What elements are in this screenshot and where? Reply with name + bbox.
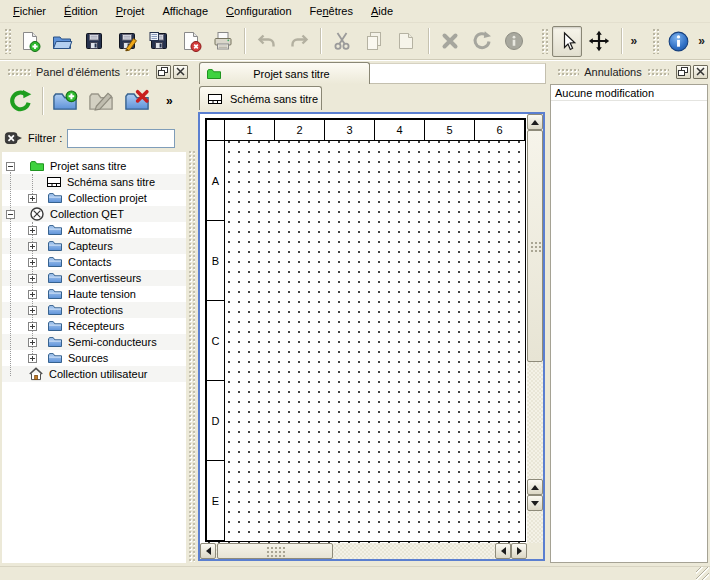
scroll-down-button[interactable] — [527, 495, 543, 511]
save-button[interactable] — [79, 26, 109, 57]
tab-schema-sans-titre[interactable]: Schéma sans titre — [199, 86, 322, 110]
open-project-button[interactable] — [47, 26, 77, 57]
scroll-up-button[interactable] — [527, 479, 543, 495]
tree-item-sources[interactable]: Sources — [2, 350, 186, 366]
resize-grip[interactable] — [696, 567, 709, 580]
expand-icon[interactable] — [28, 290, 37, 299]
folder-icon — [47, 318, 63, 334]
menu-fenetres[interactable]: Fenêtres — [301, 2, 362, 20]
schema-title-frame: 1 2 3 4 5 6 A B C — [205, 118, 526, 542]
toolbar-handle[interactable] — [652, 28, 659, 54]
undo-history-list[interactable]: Aucune modification — [550, 84, 708, 563]
save-as-button[interactable] — [112, 26, 142, 57]
tree-item-project[interactable]: Projet sans titre — [2, 158, 186, 174]
collapse-icon[interactable] — [6, 210, 15, 219]
expand-icon[interactable] — [28, 322, 37, 331]
copy-button[interactable] — [359, 26, 389, 57]
new-project-button[interactable] — [15, 26, 45, 57]
menu-edition[interactable]: Édition — [55, 2, 107, 20]
filter-input[interactable] — [67, 129, 175, 148]
toolbar-handle[interactable] — [541, 28, 548, 54]
select-tool-button[interactable] — [552, 26, 582, 57]
toolbar-separator — [244, 28, 245, 54]
menu-configuration[interactable]: Configuration — [217, 2, 300, 20]
panel-overflow-button[interactable]: » — [166, 94, 173, 108]
tree-item-collection-qet[interactable]: Collection QET — [2, 206, 186, 222]
row-header: E — [207, 461, 225, 541]
scroll-left-button[interactable] — [495, 543, 511, 559]
delete-button[interactable] — [435, 26, 465, 57]
close-file-button[interactable] — [176, 26, 206, 57]
tree-item-convertisseurs[interactable]: Convertisseurs — [2, 270, 186, 286]
tree-item-semi-conducteurs[interactable]: Semi-conducteurs — [2, 334, 186, 350]
tree-item-automatisme[interactable]: Automatisme — [2, 222, 186, 238]
redo-icon — [287, 29, 311, 53]
dock-close-button[interactable] — [173, 65, 188, 79]
dock-close-button[interactable] — [693, 65, 708, 79]
toolbar-separator — [320, 28, 321, 54]
expand-icon[interactable] — [28, 258, 37, 267]
tree-item-haute-tension[interactable]: Haute tension — [2, 286, 186, 302]
column-header: 1 — [225, 120, 275, 141]
new-category-button[interactable] — [48, 85, 81, 118]
column-header: 5 — [425, 120, 475, 141]
tree-item-schema[interactable]: Schéma sans titre — [2, 174, 186, 190]
collapse-icon[interactable] — [6, 162, 15, 171]
edit-category-button[interactable] — [84, 85, 117, 118]
tree-item-protections[interactable]: Protections — [2, 302, 186, 318]
scroll-right-button[interactable] — [511, 543, 527, 559]
menu-aide[interactable]: Aide — [362, 2, 402, 20]
menu-projet[interactable]: Projet — [107, 2, 154, 20]
paste-button[interactable] — [391, 26, 421, 57]
paste-icon — [394, 29, 418, 53]
scrollbar-corner — [527, 543, 543, 559]
print-button[interactable] — [208, 26, 238, 57]
move-cross-icon — [587, 29, 611, 53]
delete-category-button[interactable] — [120, 85, 153, 118]
dock-splitter-handle[interactable] — [188, 150, 195, 563]
new-document-icon — [18, 29, 42, 53]
horizontal-scrollbar-thumb[interactable] — [217, 543, 333, 559]
expand-icon[interactable] — [28, 226, 37, 235]
dock-float-button[interactable] — [156, 65, 171, 79]
tree-item-capteurs[interactable]: Capteurs — [2, 238, 186, 254]
expand-icon[interactable] — [28, 274, 37, 283]
tab-projet-sans-titre[interactable]: Projet sans titre — [199, 62, 370, 84]
status-bar — [0, 566, 710, 581]
expand-icon[interactable] — [28, 194, 37, 203]
scroll-left-button[interactable] — [200, 543, 216, 559]
rotate-button[interactable] — [467, 26, 497, 57]
row-header: A — [207, 141, 225, 221]
folder-edit-icon — [87, 87, 115, 115]
save-all-button[interactable] — [144, 26, 174, 57]
schema-canvas[interactable]: 1 2 3 4 5 6 A B C — [200, 114, 527, 543]
reload-collections-button[interactable] — [4, 85, 37, 118]
vertical-scrollbar-thumb[interactable] — [527, 130, 543, 362]
clear-filter-button[interactable] — [4, 130, 23, 147]
menu-fichier[interactable]: Fichier — [4, 2, 55, 20]
dock-float-button[interactable] — [676, 65, 691, 79]
toolbar-overflow-button[interactable]: » — [627, 34, 640, 48]
expand-icon[interactable] — [28, 306, 37, 315]
filter-row: Filtrer : — [4, 128, 188, 148]
redo-button[interactable] — [284, 26, 314, 57]
folder-icon — [47, 302, 63, 318]
expand-icon[interactable] — [28, 242, 37, 251]
toolbar-overflow-button[interactable]: » — [695, 34, 708, 48]
tree-item-contacts[interactable]: Contacts — [2, 254, 186, 270]
tree-item-collection-projet[interactable]: Collection projet — [2, 190, 186, 206]
move-tool-button[interactable] — [584, 26, 614, 57]
expand-icon[interactable] — [28, 354, 37, 363]
menu-affichage[interactable]: Affichage — [153, 2, 217, 20]
undo-button[interactable] — [251, 26, 281, 57]
tree-item-collection-utilisateur[interactable]: Collection utilisateur — [2, 366, 186, 382]
expand-icon[interactable] — [28, 338, 37, 347]
element-info-button[interactable] — [499, 26, 529, 57]
menu-bar: Fichier Édition Projet Affichage Configu… — [0, 0, 710, 23]
cut-button[interactable] — [327, 26, 357, 57]
toolbar-handle[interactable] — [4, 28, 11, 54]
tree-item-recepteurs[interactable]: Récepteurs — [2, 318, 186, 334]
scroll-up-button[interactable] — [527, 114, 543, 130]
undo-list-item[interactable]: Aucune modification — [551, 85, 707, 101]
about-info-button[interactable] — [663, 26, 693, 57]
